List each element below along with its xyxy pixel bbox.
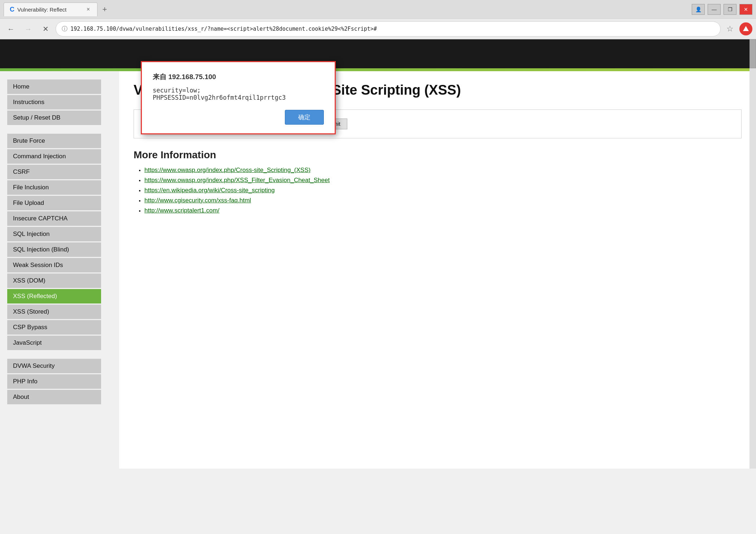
modal-message: security=low; PHPSESSID=n0lvg2hr6ofmt4rq… [153, 87, 324, 101]
address-text: 192.168.75.100/dvwa/vulnerabilities/xss_… [70, 26, 714, 32]
sidebar: Home Instructions Setup / Reset DB Brute… [0, 71, 119, 469]
user-button[interactable]: 👤 [692, 4, 705, 15]
scrollbar[interactable] [750, 39, 756, 469]
site-body: Home Instructions Setup / Reset DB Brute… [0, 71, 756, 469]
sidebar-item-xss-dom[interactable]: XSS (DOM) [7, 274, 101, 288]
info-link-5[interactable]: http://www.scriptalert1.com/ [144, 207, 220, 214]
sidebar-item-home[interactable]: Home [7, 79, 101, 94]
security-info-icon: ⓘ [62, 25, 68, 33]
window-controls: 👤 — ❐ ✕ [692, 4, 752, 15]
sidebar-item-weak-session-ids[interactable]: Weak Session IDs [7, 258, 101, 272]
sidebar-vuln-section: Brute Force Command Injection CSRF File … [0, 134, 119, 350]
sidebar-top-section: Home Instructions Setup / Reset DB [0, 79, 119, 125]
sidebar-item-sql-injection[interactable]: SQL Injection [7, 227, 101, 241]
address-bar[interactable]: ⓘ 192.168.75.100/dvwa/vulnerabilities/xs… [56, 21, 721, 36]
forward-button[interactable]: → [21, 22, 35, 36]
sidebar-item-brute-force[interactable]: Brute Force [7, 134, 101, 148]
sidebar-item-about[interactable]: About [7, 390, 101, 404]
sidebar-item-xss-reflected[interactable]: XSS (Reflected) [7, 289, 101, 303]
reload-stop-button[interactable]: ✕ [38, 22, 53, 36]
back-button[interactable]: ← [4, 22, 18, 36]
svg-marker-0 [743, 26, 749, 31]
list-item: http://www.scriptalert1.com/ [144, 207, 742, 214]
modal-title: 来自 192.168.75.100 [153, 72, 324, 82]
info-link-4[interactable]: http://www.cgisecurity.com/xss-faq.html [144, 197, 251, 204]
site-header [0, 39, 756, 68]
new-tab-button[interactable]: + [97, 3, 112, 16]
close-button[interactable]: ✕ [739, 4, 752, 15]
sidebar-item-file-upload[interactable]: File Upload [7, 196, 101, 210]
modal-ok-button[interactable]: 确定 [285, 110, 324, 125]
info-link-2[interactable]: https://www.owasp.org/index.php/XSS_Filt… [144, 177, 330, 184]
list-item: http://www.cgisecurity.com/xss-faq.html [144, 197, 742, 204]
sidebar-bottom-section: DVWA Security PHP Info About [0, 359, 119, 404]
browser-content: Home Instructions Setup / Reset DB Brute… [0, 39, 756, 469]
minimize-button[interactable]: — [708, 4, 721, 15]
tab-close-button[interactable]: × [85, 5, 91, 13]
browser-chrome: C Vulnerability: Reflect × + 👤 — ❐ ✕ ← →… [0, 0, 756, 39]
sidebar-item-file-inclusion[interactable]: File Inclusion [7, 180, 101, 195]
tab-title: Vulnerability: Reflect [17, 7, 66, 13]
list-item: https://www.owasp.org/index.php/XSS_Filt… [144, 177, 742, 184]
modal-dialog: 来自 192.168.75.100 security=low; PHPSESSI… [141, 61, 336, 134]
info-link-1[interactable]: https://www.owasp.org/index.php/Cross-si… [144, 167, 310, 173]
info-links: https://www.owasp.org/index.php/Cross-si… [134, 167, 742, 214]
scrollbar-thumb[interactable] [750, 39, 756, 68]
extension-icon [742, 25, 750, 33]
sidebar-item-command-injection[interactable]: Command Injection [7, 149, 101, 164]
nav-bar: ← → ✕ ⓘ 192.168.75.100/dvwa/vulnerabilit… [0, 19, 756, 39]
sidebar-item-instructions[interactable]: Instructions [7, 95, 101, 109]
tab-icon: C [10, 6, 14, 13]
list-item: https://en.wikipedia.org/wiki/Cross-site… [144, 187, 742, 194]
extension-button[interactable] [739, 22, 752, 35]
list-item: https://www.owasp.org/index.php/Cross-si… [144, 167, 742, 174]
sidebar-item-csrf[interactable]: CSRF [7, 165, 101, 179]
header-accent [0, 68, 756, 71]
sidebar-item-insecure-captcha[interactable]: Insecure CAPTCHA [7, 211, 101, 226]
sidebar-item-javascript[interactable]: JavaScript [7, 336, 101, 350]
sidebar-item-dvwa-security[interactable]: DVWA Security [7, 359, 101, 373]
sidebar-item-xss-stored[interactable]: XSS (Stored) [7, 305, 101, 319]
browser-tab[interactable]: C Vulnerability: Reflect × [4, 3, 97, 16]
bookmark-button[interactable]: ☆ [724, 24, 737, 34]
more-info-title: More Information [134, 149, 742, 161]
modal-inner: 来自 192.168.75.100 security=low; PHPSESSI… [142, 62, 335, 133]
title-bar: C Vulnerability: Reflect × + 👤 — ❐ ✕ [0, 0, 756, 19]
info-link-3[interactable]: https://en.wikipedia.org/wiki/Cross-site… [144, 187, 275, 194]
restore-button[interactable]: ❐ [724, 4, 737, 15]
sidebar-item-php-info[interactable]: PHP Info [7, 374, 101, 389]
sidebar-item-csp-bypass[interactable]: CSP Bypass [7, 320, 101, 335]
modal-button-row: 确定 [153, 110, 324, 125]
sidebar-item-setup[interactable]: Setup / Reset DB [7, 111, 101, 125]
sidebar-item-sql-injection-blind[interactable]: SQL Injection (Blind) [7, 242, 101, 257]
